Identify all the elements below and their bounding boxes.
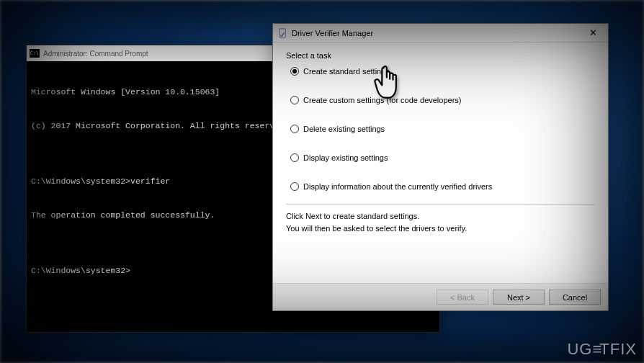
option-display-existing[interactable]: Display existing settings bbox=[290, 153, 595, 162]
option-delete-existing[interactable]: Delete existing settings bbox=[290, 125, 595, 133]
command-prompt-title: Administrator: Command Prompt bbox=[43, 50, 148, 58]
dialog-title: Driver Verifier Manager bbox=[292, 29, 582, 37]
option-display-info[interactable]: Display information about the currently … bbox=[290, 182, 595, 191]
hint-text-1: Click Next to create standard settings. bbox=[286, 212, 595, 220]
option-label: Delete existing settings bbox=[303, 125, 385, 133]
option-label: Display information about the currently … bbox=[303, 182, 492, 191]
watermark: UG≡TFIX bbox=[567, 340, 637, 359]
radio-icon[interactable] bbox=[290, 67, 299, 76]
cancel-button[interactable]: Cancel bbox=[549, 290, 601, 305]
option-label: Display existing settings bbox=[303, 153, 388, 162]
radio-icon[interactable] bbox=[290, 153, 299, 162]
driver-verifier-dialog: Driver Verifier Manager ✕ Select a task … bbox=[272, 23, 609, 311]
option-label: Create standard settings bbox=[303, 67, 390, 76]
hint-text-2: You will then be asked to select the dri… bbox=[286, 224, 595, 233]
option-label: Create custom settings (for code develop… bbox=[303, 96, 462, 104]
option-create-standard[interactable]: Create standard settings bbox=[290, 67, 595, 76]
next-button[interactable]: Next > bbox=[493, 290, 545, 305]
option-create-custom[interactable]: Create custom settings (for code develop… bbox=[290, 96, 595, 104]
verifier-icon bbox=[277, 28, 287, 38]
task-label: Select a task bbox=[286, 51, 595, 60]
radio-group: Create standard settings Create custom s… bbox=[286, 67, 595, 191]
dialog-body: Select a task Create standard settings C… bbox=[273, 42, 608, 241]
divider bbox=[286, 204, 595, 205]
radio-icon[interactable] bbox=[290, 125, 299, 133]
radio-icon[interactable] bbox=[290, 96, 299, 104]
command-prompt-icon: C:\ bbox=[30, 49, 40, 58]
close-button[interactable]: ✕ bbox=[582, 27, 604, 38]
button-bar: < Back Next > Cancel bbox=[273, 283, 608, 310]
radio-icon[interactable] bbox=[290, 182, 299, 191]
back-button: < Back bbox=[437, 290, 488, 305]
dialog-titlebar[interactable]: Driver Verifier Manager ✕ bbox=[273, 24, 608, 42]
svg-rect-0 bbox=[279, 28, 286, 37]
